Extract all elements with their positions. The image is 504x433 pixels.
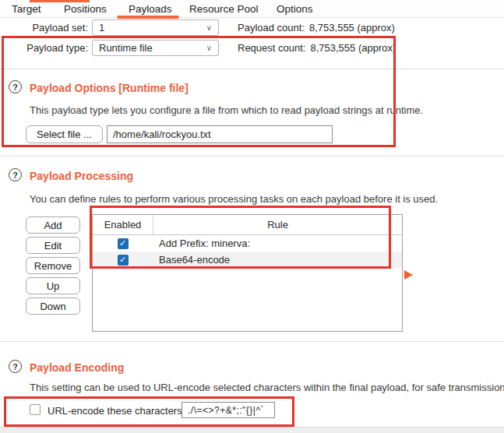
processing-rules-table: Enabled Rule ✓ Add Prefix: minerva: ✓ Ba… (92, 214, 403, 332)
move-up-button[interactable]: Up (26, 277, 80, 294)
url-encode-checkbox[interactable] (30, 404, 41, 415)
move-down-button[interactable]: Down (26, 297, 80, 315)
question-glyph: ? (12, 362, 18, 371)
check-icon: ✓ (119, 255, 126, 265)
request-count: Request count:8,753,555 (approx) (238, 42, 396, 54)
rule-text: Base64-encode (153, 254, 402, 266)
edit-rule-button[interactable]: Edit (26, 237, 80, 254)
column-header-rule: Rule (153, 215, 402, 234)
column-header-enabled: Enabled (93, 219, 153, 231)
url-encode-label: URL-encode these characters: (48, 405, 185, 417)
tab-target[interactable]: Target (12, 3, 41, 15)
help-icon[interactable]: ? (9, 80, 22, 93)
tab-payloads[interactable]: Payloads (129, 3, 172, 15)
request-count-label: Request count: (238, 42, 305, 54)
request-count-value: 8,753,555 (approx) (310, 42, 396, 54)
annotation-arrow-icon (404, 270, 413, 280)
section-divider (0, 341, 504, 342)
payload-set-value: 1 (99, 22, 104, 33)
table-row[interactable]: ✓ Base64-encode (93, 252, 402, 268)
payload-options-title: Payload Options [Runtime file] (30, 82, 189, 94)
file-path-field[interactable]: /home/kali/rockyou.txt (107, 125, 333, 143)
payload-type-value: Runtime file (99, 42, 153, 54)
rule-enabled-checkbox[interactable]: ✓ (118, 238, 129, 249)
tab-resource-pool[interactable]: Resource Pool (189, 3, 259, 15)
payload-count-label: Payload count: (238, 22, 305, 33)
payload-type-select[interactable]: Runtime file ∨ (92, 40, 219, 56)
check-icon: ✓ (119, 238, 126, 248)
question-glyph: ? (12, 171, 18, 180)
payload-processing-description: You can define rules to perform various … (30, 193, 438, 205)
payload-encoding-title: Payload Encoding (30, 361, 124, 374)
table-row[interactable]: ✓ Add Prefix: minerva: (93, 235, 402, 252)
payload-set-select[interactable]: 1 ∨ (92, 19, 219, 36)
payload-count: Payload count:8,753,555 (approx) (238, 22, 395, 33)
rule-text: Add Prefix: minerva: (153, 238, 402, 249)
tab-positions[interactable]: Positions (64, 3, 107, 15)
active-tab-underline (117, 16, 179, 19)
question-glyph: ? (12, 83, 18, 92)
bottom-strip (0, 428, 504, 433)
payload-type-label: Payload type: (22, 42, 88, 54)
payload-encoding-description: This setting can be used to URL-encode s… (30, 382, 504, 393)
table-header: Enabled Rule (93, 215, 402, 235)
section-divider (0, 69, 504, 69)
help-icon[interactable]: ? (9, 360, 22, 373)
add-rule-button[interactable]: Add (26, 216, 80, 234)
parent-tab-active-indicator (30, 0, 90, 2)
help-icon[interactable]: ? (9, 168, 22, 181)
remove-rule-button[interactable]: Remove (26, 257, 80, 274)
chevron-down-icon: ∨ (206, 24, 212, 32)
rule-enabled-checkbox[interactable]: ✓ (118, 255, 129, 266)
payload-processing-title: Payload Processing (30, 170, 133, 182)
url-encode-chars-field[interactable]: ./\=<>?+&*;:"{}|^` (182, 402, 275, 418)
payload-options-description: This payload type lets you configure a f… (30, 104, 423, 116)
payload-set-label: Payload set: (22, 22, 88, 33)
payload-count-value: 8,753,555 (approx) (309, 22, 395, 33)
select-file-button[interactable]: Select file ... (26, 125, 103, 143)
tab-options[interactable]: Options (277, 3, 313, 15)
section-divider (0, 156, 504, 157)
chevron-down-icon: ∨ (206, 44, 212, 52)
